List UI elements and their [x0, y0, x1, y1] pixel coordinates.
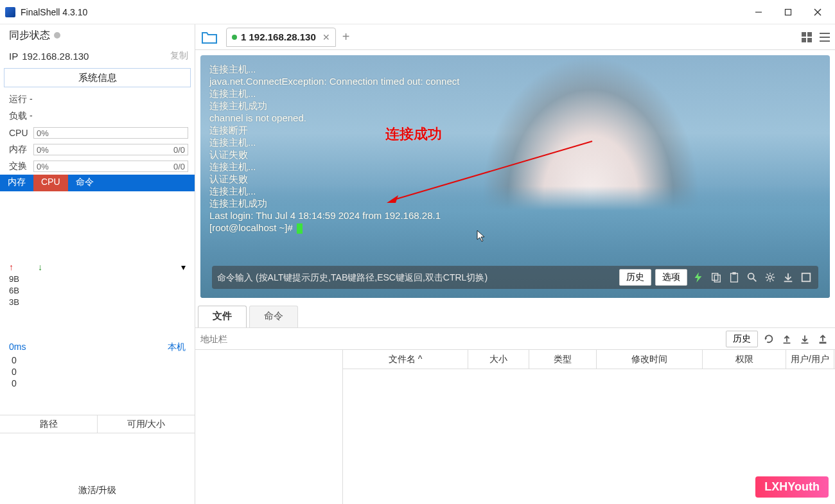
upload-icon[interactable] — [780, 332, 794, 346]
size-col[interactable]: 可用/大小 — [98, 415, 195, 433]
swap-label: 交换 — [9, 161, 33, 172]
search-icon[interactable] — [745, 270, 759, 284]
fullscreen-icon[interactable] — [799, 270, 813, 284]
grid-view-icon[interactable] — [800, 31, 813, 44]
upload-alt-icon[interactable] — [816, 332, 830, 346]
svg-rect-15 — [731, 274, 738, 282]
folder-icon[interactable] — [199, 27, 220, 48]
window-title: FinalShell 4.3.10 — [21, 7, 744, 17]
copy-ip-button[interactable]: 复制 — [170, 50, 188, 62]
svg-rect-1 — [786, 9, 791, 15]
address-bar: 历史 — [195, 327, 835, 349]
svg-rect-7 — [807, 38, 812, 42]
options-button[interactable]: 选项 — [655, 269, 687, 286]
monitor-tabs: 内存 CPU 命令 — [0, 175, 195, 191]
sync-status-row: 同步状态 — [0, 24, 195, 46]
history-button[interactable]: 历史 — [619, 269, 651, 286]
zeros-list: 0 0 0 — [0, 354, 195, 389]
monitor-chart — [0, 191, 195, 261]
new-tab-button[interactable]: + — [342, 30, 350, 44]
sync-label: 同步状态 — [9, 29, 50, 42]
cursor-icon — [297, 223, 303, 234]
download-icon[interactable] — [781, 270, 795, 284]
path-table: 路径 可用/大小 — [0, 415, 195, 433]
status-dot-icon — [232, 35, 237, 40]
file-tabs: 文件 命令 — [195, 303, 835, 327]
file-panel: 文件 命令 历史 文件名 ^大小类型修改时间权限用户/用户 — [195, 303, 835, 504]
ip-value: 192.168.28.130 — [22, 51, 170, 62]
local-label[interactable]: 本机 — [168, 342, 186, 353]
ping-value: 0ms — [9, 342, 26, 353]
svg-rect-4 — [802, 32, 806, 37]
file-column-header[interactable]: 类型 — [529, 350, 597, 369]
activate-button[interactable]: 激活/升级 — [0, 480, 195, 501]
session-tab-label: 1 192.168.28.130 — [241, 31, 316, 42]
maximize-button[interactable] — [773, 3, 803, 22]
file-tree[interactable] — [195, 350, 343, 504]
memory-bar: 0%0/0 — [33, 144, 188, 155]
close-button[interactable] — [803, 3, 832, 22]
watermark: LXHYouth — [755, 476, 829, 498]
tab-memory[interactable]: 内存 — [0, 175, 33, 191]
system-info-button[interactable]: 系统信息 — [4, 68, 191, 87]
svg-rect-6 — [802, 38, 806, 42]
session-tab[interactable]: 1 192.168.28.130 ✕ — [226, 28, 336, 47]
file-column-header[interactable]: 文件名 ^ — [343, 350, 468, 369]
address-input[interactable] — [200, 334, 723, 344]
annotation-text: 连接成功 — [385, 125, 442, 144]
bolt-icon[interactable] — [691, 270, 705, 284]
close-tab-icon[interactable]: ✕ — [322, 32, 330, 42]
svg-point-17 — [748, 274, 754, 279]
cpu-row: CPU 0% — [0, 125, 195, 141]
ping-row: 0ms 本机 — [0, 340, 195, 354]
minimize-button[interactable] — [744, 3, 773, 22]
refresh-icon[interactable] — [762, 332, 776, 346]
svg-marker-21 — [765, 338, 768, 340]
download-file-icon[interactable] — [798, 332, 812, 346]
svg-rect-13 — [712, 274, 718, 281]
file-column-header[interactable]: 权限 — [703, 350, 786, 369]
dropdown-icon[interactable]: ▾ — [181, 262, 186, 272]
content-area: 1 192.168.28.130 ✕ + 连接主机... java.net.Co… — [195, 24, 835, 504]
memory-row: 内存 0%0/0 — [0, 141, 195, 158]
tab-file[interactable]: 文件 — [198, 306, 247, 327]
load-row: 负载 - — [0, 108, 195, 125]
copy-icon[interactable] — [709, 270, 723, 284]
svg-rect-22 — [820, 342, 827, 343]
file-column-header[interactable]: 修改时间 — [597, 350, 703, 369]
run-row: 运行 - — [0, 91, 195, 108]
svg-rect-20 — [802, 274, 811, 282]
gear-icon[interactable] — [763, 270, 777, 284]
swap-row: 交换 0%0/0 — [0, 158, 195, 175]
upload-icon: ↑ — [9, 262, 13, 272]
download-icon: ↓ — [38, 262, 42, 272]
svg-point-19 — [768, 275, 771, 279]
svg-rect-16 — [732, 272, 735, 275]
sync-status-dot — [54, 32, 60, 39]
ip-row: IP 192.168.28.130 复制 — [0, 46, 195, 65]
bytes-list: 9B 6B 3B — [0, 274, 195, 308]
menu-icon[interactable] — [818, 31, 831, 44]
session-tabbar: 1 192.168.28.130 ✕ + — [195, 24, 835, 50]
terminal[interactable]: 连接主机... java.net.ConnectException: Conne… — [200, 55, 830, 298]
file-column-header[interactable]: 大小 — [468, 350, 529, 369]
tab-cmd[interactable]: 命令 — [249, 306, 298, 327]
tab-command[interactable]: 命令 — [68, 175, 101, 191]
terminal-output: 连接主机... java.net.ConnectException: Conne… — [209, 63, 821, 234]
network-row: ↑ ↓ ▾ — [0, 261, 195, 274]
file-column-header[interactable]: 用户/用户 — [786, 350, 834, 369]
svg-line-18 — [753, 279, 757, 282]
ip-label: IP — [9, 51, 18, 62]
tab-cpu[interactable]: CPU — [33, 175, 68, 191]
paste-icon[interactable] — [727, 270, 741, 284]
cpu-bar: 0% — [33, 127, 188, 139]
app-icon — [5, 7, 15, 17]
address-history-button[interactable]: 历史 — [726, 331, 758, 347]
svg-rect-5 — [807, 32, 812, 37]
titlebar: FinalShell 4.3.10 — [0, 0, 835, 24]
svg-rect-14 — [714, 275, 720, 282]
path-col[interactable]: 路径 — [0, 415, 98, 433]
memory-label: 内存 — [9, 144, 33, 155]
command-input[interactable] — [217, 272, 615, 282]
swap-bar: 0%0/0 — [33, 161, 188, 172]
